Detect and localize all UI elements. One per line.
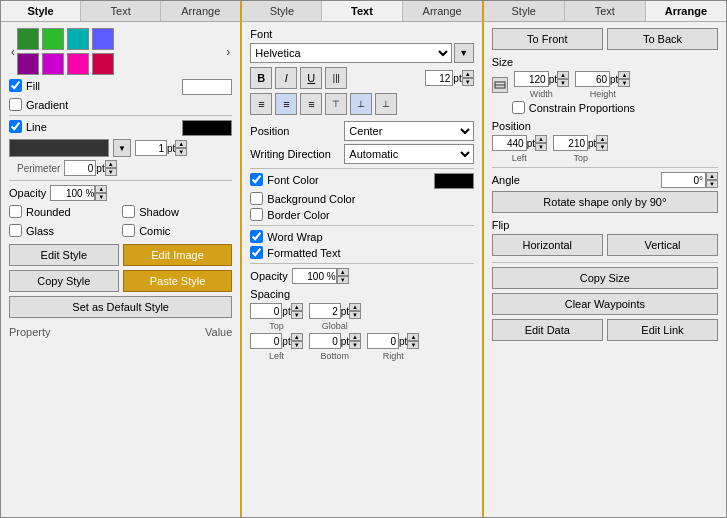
position-select[interactable]: Center (344, 121, 473, 141)
left-down[interactable]: ▼ (535, 143, 547, 151)
width-down[interactable]: ▼ (557, 79, 569, 87)
right-tab-text[interactable]: Text (565, 1, 646, 21)
left-tab-arrange[interactable]: Arrange (161, 1, 240, 21)
writing-dir-select[interactable]: Automatic (344, 144, 473, 164)
paste-style-btn[interactable]: Paste Style (123, 270, 233, 292)
left-tab-text[interactable]: Text (81, 1, 161, 21)
swatch-5[interactable] (17, 53, 39, 75)
width-up[interactable]: ▲ (557, 71, 569, 79)
line-color-box[interactable] (182, 120, 232, 136)
swatch-3[interactable] (67, 28, 89, 50)
perimeter-up[interactable]: ▲ (105, 160, 117, 168)
left-input[interactable] (492, 135, 527, 151)
left-tab-style[interactable]: Style (1, 1, 81, 21)
middle-opacity-down[interactable]: ▼ (337, 276, 349, 284)
top-input[interactable] (553, 135, 588, 151)
line-checkbox[interactable] (9, 120, 22, 133)
copy-size-btn[interactable]: Copy Size (492, 267, 718, 289)
flip-vertical-btn[interactable]: Vertical (607, 234, 718, 256)
gradient-checkbox[interactable] (9, 98, 22, 111)
right-tab-arrange[interactable]: Arrange (646, 1, 726, 21)
line-style-select[interactable] (9, 139, 109, 157)
left-up[interactable]: ▲ (535, 135, 547, 143)
spacing-top-down[interactable]: ▼ (291, 311, 303, 319)
spacing-global-up[interactable]: ▲ (349, 303, 361, 311)
spacing-global-down[interactable]: ▼ (349, 311, 361, 319)
valign-top-btn[interactable]: ⊤ (325, 93, 347, 115)
vertical-btn[interactable]: ||| (325, 67, 347, 89)
glass-checkbox[interactable] (9, 224, 22, 237)
height-input[interactable] (575, 71, 610, 87)
width-input[interactable] (514, 71, 549, 87)
right-tab-style[interactable]: Style (484, 1, 565, 21)
swatches-prev-btn[interactable]: ‹ (9, 43, 17, 61)
font-dropdown-btn[interactable]: ▼ (454, 43, 474, 63)
swatch-7[interactable] (67, 53, 89, 75)
fill-checkbox[interactable] (9, 79, 22, 92)
fill-color-box[interactable] (182, 79, 232, 95)
spacing-bottom-down[interactable]: ▼ (349, 341, 361, 349)
flip-horizontal-btn[interactable]: Horizontal (492, 234, 603, 256)
spacing-left-input[interactable] (250, 333, 282, 349)
rotate-btn[interactable]: Rotate shape only by 90° (492, 191, 718, 213)
comic-checkbox[interactable] (122, 224, 135, 237)
copy-style-btn[interactable]: Copy Style (9, 270, 119, 292)
font-size-down[interactable]: ▼ (462, 78, 474, 86)
middle-opacity-input[interactable] (292, 268, 337, 284)
middle-tab-style[interactable]: Style (242, 1, 322, 21)
font-size-up[interactable]: ▲ (462, 70, 474, 78)
top-down[interactable]: ▼ (596, 143, 608, 151)
italic-btn[interactable]: I (275, 67, 297, 89)
swatches-next-btn[interactable]: › (224, 43, 232, 61)
spacing-right-input[interactable] (367, 333, 399, 349)
spacing-bottom-up[interactable]: ▲ (349, 333, 361, 341)
bold-btn[interactable]: B (250, 67, 272, 89)
valign-middle-btn[interactable]: ⊥ (350, 93, 372, 115)
font-select[interactable]: Helvetica (250, 43, 451, 63)
constrain-checkbox[interactable] (512, 101, 525, 114)
spacing-bottom-input[interactable] (309, 333, 341, 349)
spacing-global-input[interactable] (309, 303, 341, 319)
bg-color-checkbox[interactable] (250, 192, 263, 205)
font-color-checkbox[interactable] (250, 173, 263, 186)
shadow-checkbox[interactable] (122, 205, 135, 218)
opacity-up[interactable]: ▲ (95, 185, 107, 193)
swatch-2[interactable] (42, 28, 64, 50)
swatch-1[interactable] (17, 28, 39, 50)
align-right-btn[interactable]: ≡ (300, 93, 322, 115)
opacity-down[interactable]: ▼ (95, 193, 107, 201)
line-width-down[interactable]: ▼ (175, 148, 187, 156)
perimeter-down[interactable]: ▼ (105, 168, 117, 176)
clear-waypoints-btn[interactable]: Clear Waypoints (492, 293, 718, 315)
formatted-text-checkbox[interactable] (250, 246, 263, 259)
edit-style-btn[interactable]: Edit Style (9, 244, 119, 266)
swatch-8[interactable] (92, 53, 114, 75)
valign-bottom-btn[interactable]: ⊥ (375, 93, 397, 115)
edit-image-btn[interactable]: Edit Image (123, 244, 233, 266)
set-default-btn[interactable]: Set as Default Style (9, 296, 232, 318)
spacing-right-up[interactable]: ▲ (407, 333, 419, 341)
height-down[interactable]: ▼ (618, 79, 630, 87)
line-width-input[interactable] (135, 140, 167, 156)
underline-btn[interactable]: U (300, 67, 322, 89)
spacing-left-up[interactable]: ▲ (291, 333, 303, 341)
angle-up[interactable]: ▲ (706, 172, 718, 180)
edit-data-btn[interactable]: Edit Data (492, 319, 603, 341)
align-center-btn[interactable]: ≡ (275, 93, 297, 115)
perimeter-input[interactable] (64, 160, 96, 176)
word-wrap-checkbox[interactable] (250, 230, 263, 243)
to-front-btn[interactable]: To Front (492, 28, 603, 50)
middle-opacity-up[interactable]: ▲ (337, 268, 349, 276)
spacing-top-input[interactable] (250, 303, 282, 319)
font-size-input[interactable] (425, 70, 453, 86)
swatch-6[interactable] (42, 53, 64, 75)
spacing-left-down[interactable]: ▼ (291, 341, 303, 349)
rounded-checkbox[interactable] (9, 205, 22, 218)
middle-tab-text[interactable]: Text (322, 1, 402, 21)
spacing-top-up[interactable]: ▲ (291, 303, 303, 311)
line-dropdown-btn[interactable]: ▼ (113, 139, 131, 157)
font-color-box[interactable] (434, 173, 474, 189)
border-color-checkbox[interactable] (250, 208, 263, 221)
edit-link-btn[interactable]: Edit Link (607, 319, 718, 341)
top-up[interactable]: ▲ (596, 135, 608, 143)
